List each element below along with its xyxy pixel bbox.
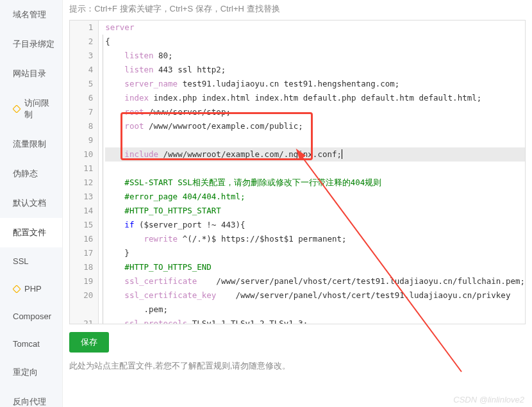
- sidebar-item-0[interactable]: 域名管理: [0, 0, 62, 29]
- line-number: 16: [70, 232, 93, 246]
- sidebar-item-10[interactable]: Composer: [0, 303, 62, 330]
- code-line[interactable]: {: [105, 35, 525, 49]
- save-button[interactable]: 保存: [69, 332, 109, 353]
- sidebar-item-6[interactable]: 默认文档: [0, 188, 62, 218]
- line-number: 3: [70, 49, 93, 63]
- sidebar-item-1[interactable]: 子目录绑定: [0, 29, 62, 59]
- sidebar: 域名管理子目录绑定网站目录访问限制流量限制伪静态默认文档配置文件SSLPHPCo…: [0, 0, 63, 407]
- text-cursor: [342, 149, 342, 159]
- line-number: [70, 303, 93, 317]
- sidebar-item-label: 域名管理: [13, 9, 46, 21]
- code-line[interactable]: ssl_certificate_key /www/server/panel/vh…: [105, 288, 525, 303]
- sidebar-item-4[interactable]: 流量限制: [0, 129, 62, 159]
- line-number: 9: [70, 133, 93, 147]
- line-number: 21: [70, 317, 93, 324]
- sidebar-item-label: 流量限制: [13, 138, 46, 150]
- code-line[interactable]: server_name test91.ludajiaoyu.cn test91.…: [105, 77, 525, 91]
- sidebar-item-label: 重定向: [13, 367, 38, 378]
- line-number: 4: [70, 63, 93, 77]
- line-number: 7: [70, 105, 93, 119]
- line-number: 17: [70, 246, 93, 260]
- line-gutter: 123456789101112131415161718192021: [70, 21, 99, 324]
- code-line[interactable]: server: [105, 21, 525, 35]
- sidebar-item-label: 网站目录: [13, 68, 46, 79]
- sidebar-item-label: 默认文档: [13, 197, 46, 209]
- line-number: 15: [70, 218, 93, 232]
- code-line[interactable]: root /www/wwwroot/example.com/public;: [105, 119, 525, 133]
- sidebar-item-label: 配置文件: [13, 227, 46, 238]
- sidebar-item-label: 伪静态: [13, 168, 38, 179]
- code-editor[interactable]: 123456789101112131415161718192021 server…: [69, 20, 526, 324]
- code-line[interactable]: #error_page 404/404.html;: [105, 190, 525, 204]
- line-number: 5: [70, 77, 93, 91]
- line-number: 2: [70, 35, 93, 49]
- diamond-icon: [13, 105, 21, 113]
- line-number: 14: [70, 204, 93, 218]
- sidebar-item-label: 访问限制: [24, 97, 57, 120]
- code-line[interactable]: ssl_protocols TLSv1.1 TLSv1.2 TLSv1.3;: [105, 317, 525, 324]
- hint-text: 提示：Ctrl+F 搜索关键字，Ctrl+S 保存，Ctrl+H 查找替换: [69, 3, 526, 15]
- code-line[interactable]: ssl_certificate /www/server/panel/vhost/…: [105, 274, 525, 288]
- code-line[interactable]: rewrite ^(/.*)$ https://$host$1 permanen…: [105, 232, 525, 246]
- code-line[interactable]: [105, 133, 525, 147]
- code-line[interactable]: listen 80;: [105, 49, 525, 63]
- sidebar-item-5[interactable]: 伪静态: [0, 159, 62, 188]
- main-panel: 提示：Ctrl+F 搜索关键字，Ctrl+S 保存，Ctrl+H 查找替换 12…: [63, 0, 532, 407]
- line-number: 8: [70, 119, 93, 133]
- sidebar-item-13[interactable]: 反向代理: [0, 387, 62, 407]
- sidebar-item-11[interactable]: Tomcat: [0, 330, 62, 358]
- sidebar-item-7[interactable]: 配置文件: [0, 218, 62, 247]
- footer-note: 此处为站点主配置文件,若您不了解配置规则,请勿随意修改。: [69, 360, 526, 372]
- code-area[interactable]: server{ listen 80; listen 443 ssl http2;…: [99, 21, 525, 324]
- sidebar-item-label: 子目录绑定: [13, 38, 54, 50]
- code-line[interactable]: .pem;: [105, 303, 525, 317]
- line-number: 12: [70, 176, 93, 190]
- code-line[interactable]: [105, 162, 525, 176]
- code-line[interactable]: }: [105, 246, 525, 260]
- line-number: 13: [70, 190, 93, 204]
- sidebar-item-label: SSL: [13, 256, 29, 266]
- sidebar-item-12[interactable]: 重定向: [0, 358, 62, 387]
- code-line[interactable]: #HTTP_TO_HTTPS_START: [105, 204, 525, 218]
- line-number: 18: [70, 260, 93, 274]
- sidebar-item-2[interactable]: 网站目录: [0, 59, 62, 88]
- code-line[interactable]: index index.php index.html index.htm def…: [105, 91, 525, 105]
- sidebar-item-9[interactable]: PHP: [0, 275, 62, 303]
- code-line[interactable]: #SSL-START SSL相关配置，请勿删除或修改下一行带注释的404规则: [105, 176, 525, 190]
- watermark: CSDN @linlinlove2: [453, 395, 524, 404]
- line-number: 10: [70, 147, 93, 162]
- code-line[interactable]: if ($server_port !~ 443){: [105, 218, 525, 232]
- sidebar-item-label: 反向代理: [13, 396, 46, 407]
- line-number: 11: [70, 162, 93, 176]
- sidebar-item-label: Tomcat: [13, 339, 40, 349]
- code-line[interactable]: listen 443 ssl http2;: [105, 63, 525, 77]
- line-number: 19: [70, 274, 93, 288]
- code-line[interactable]: root /www/server/stop;: [105, 105, 525, 119]
- line-number: 20: [70, 288, 93, 303]
- sidebar-item-label: PHP: [24, 284, 42, 294]
- sidebar-item-label: Composer: [13, 311, 51, 321]
- line-number: 6: [70, 91, 93, 105]
- sidebar-item-3[interactable]: 访问限制: [0, 88, 62, 129]
- line-number: 1: [70, 21, 93, 35]
- code-line[interactable]: #HTTP_TO_HTTPS_END: [105, 260, 525, 274]
- sidebar-item-8[interactable]: SSL: [0, 247, 62, 275]
- diamond-icon: [13, 285, 21, 293]
- code-line[interactable]: include /www/wwwroot/example.com/.nginx.…: [105, 147, 525, 162]
